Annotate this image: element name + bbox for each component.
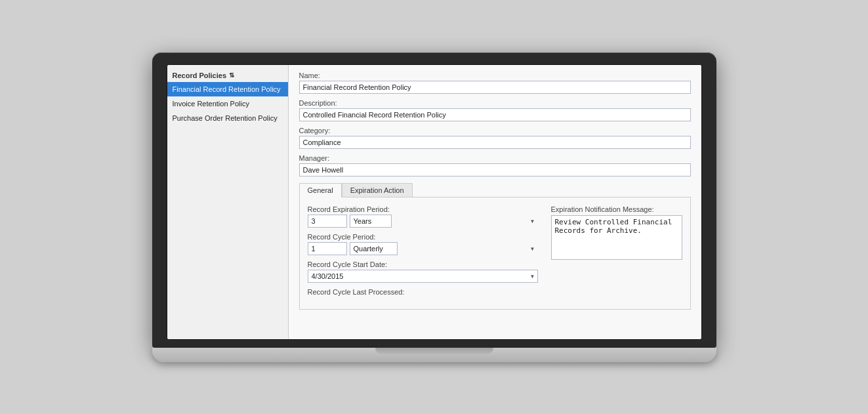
cycle-start-date-wrapper bbox=[308, 270, 538, 283]
tabs-container: General Expiration Action bbox=[299, 183, 691, 197]
name-label: Name: bbox=[299, 72, 691, 79]
name-group: Name: bbox=[299, 72, 691, 94]
cycle-period-group: Record Cycle Period: Daily Weekly Monthl… bbox=[308, 233, 538, 255]
sidebar-item-financial[interactable]: Financial Record Retention Policy bbox=[167, 82, 288, 96]
cycle-period-number[interactable] bbox=[308, 242, 347, 255]
cycle-period-label: Record Cycle Period: bbox=[308, 233, 538, 241]
tab-right-column: Expiration Notification Message: Review … bbox=[551, 205, 682, 301]
description-group: Description: bbox=[299, 99, 691, 121]
tab-left-column: Record Expiration Period: Days Weeks Mon… bbox=[308, 205, 538, 301]
category-group: Category: bbox=[299, 127, 691, 149]
laptop-container: Record Policies ⇅ Financial Record Reten… bbox=[152, 52, 716, 362]
cycle-start-date-input[interactable] bbox=[308, 270, 538, 283]
manager-input[interactable] bbox=[299, 163, 691, 176]
expiration-period-group: Record Expiration Period: Days Weeks Mon… bbox=[308, 205, 538, 228]
sidebar: Record Policies ⇅ Financial Record Reten… bbox=[167, 65, 289, 339]
name-input[interactable] bbox=[299, 81, 691, 94]
category-input[interactable] bbox=[299, 136, 691, 149]
sidebar-header: Record Policies ⇅ bbox=[167, 69, 288, 82]
cycle-period-unit-select[interactable]: Daily Weekly Monthly Quarterly Annually bbox=[350, 242, 398, 255]
manager-group: Manager: bbox=[299, 154, 691, 176]
manager-label: Manager: bbox=[299, 154, 691, 162]
sort-icon: ⇅ bbox=[229, 72, 234, 79]
cycle-period-unit-wrapper: Daily Weekly Monthly Quarterly Annually bbox=[350, 242, 538, 255]
tab-general[interactable]: General bbox=[299, 183, 342, 197]
laptop-base bbox=[152, 348, 716, 362]
cycle-last-processed-label: Record Cycle Last Processed: bbox=[308, 288, 538, 296]
sidebar-item-purchase[interactable]: Purchase Order Retention Policy bbox=[167, 111, 288, 125]
category-label: Category: bbox=[299, 127, 691, 135]
sidebar-item-invoice[interactable]: Invoice Retention Policy bbox=[167, 96, 288, 111]
notification-textarea[interactable]: Review Controlled Financial Records for … bbox=[551, 215, 682, 260]
cycle-start-date-label: Record Cycle Start Date: bbox=[308, 260, 538, 268]
sidebar-header-label: Record Policies bbox=[173, 72, 227, 79]
description-label: Description: bbox=[299, 99, 691, 107]
main-content: Name: Description: Category: Manager: bbox=[289, 65, 701, 339]
application-screen: Record Policies ⇅ Financial Record Reten… bbox=[167, 64, 702, 340]
expiration-period-unit-wrapper: Days Weeks Months Years bbox=[350, 215, 538, 228]
cycle-period-row: Daily Weekly Monthly Quarterly Annually bbox=[308, 242, 538, 255]
screen-bezel: Record Policies ⇅ Financial Record Reten… bbox=[152, 52, 716, 348]
expiration-period-unit-select[interactable]: Days Weeks Months Years bbox=[350, 215, 392, 228]
description-input[interactable] bbox=[299, 108, 691, 121]
cycle-start-date-group: Record Cycle Start Date: bbox=[308, 260, 538, 283]
tab-expiration-action[interactable]: Expiration Action bbox=[342, 183, 413, 197]
expiration-period-row: Days Weeks Months Years bbox=[308, 215, 538, 228]
tab-content-general: Record Expiration Period: Days Weeks Mon… bbox=[299, 197, 691, 310]
notification-group: Expiration Notification Message: Review … bbox=[551, 205, 682, 262]
expiration-period-number[interactable] bbox=[308, 215, 347, 228]
notification-label: Expiration Notification Message: bbox=[551, 205, 682, 213]
cycle-last-processed-group: Record Cycle Last Processed: bbox=[308, 288, 538, 296]
expiration-period-label: Record Expiration Period: bbox=[308, 205, 538, 213]
